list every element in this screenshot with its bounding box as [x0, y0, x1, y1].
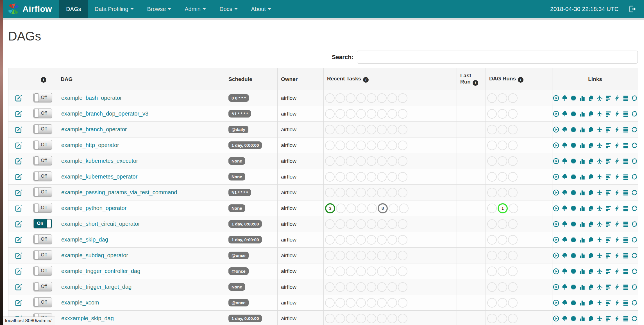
landing-times-icon[interactable] [596, 189, 603, 196]
gantt-view-icon[interactable] [605, 268, 612, 275]
task-tries-icon[interactable] [588, 205, 594, 212]
edit-dag-icon[interactable] [14, 94, 22, 102]
refresh-icon[interactable] [631, 252, 638, 259]
task-duration-icon[interactable] [579, 126, 586, 133]
dag-link[interactable]: example_python_operator [61, 205, 126, 211]
tree-view-icon[interactable] [561, 221, 568, 227]
refresh-icon[interactable] [631, 299, 638, 306]
dag-link[interactable]: example_xcom [61, 299, 99, 306]
refresh-icon[interactable] [631, 173, 638, 180]
landing-times-icon[interactable] [596, 221, 603, 227]
logs-icon[interactable] [622, 315, 629, 322]
task-tries-icon[interactable] [588, 315, 594, 322]
landing-times-icon[interactable] [596, 173, 603, 180]
landing-times-icon[interactable] [596, 252, 603, 259]
logs-icon[interactable] [622, 221, 629, 227]
code-view-icon[interactable] [614, 126, 620, 133]
dag-pause-toggle[interactable]: Off [33, 171, 52, 181]
trigger-dag-icon[interactable] [553, 221, 559, 227]
refresh-icon[interactable] [631, 126, 638, 133]
logs-icon[interactable] [622, 189, 629, 196]
dag-link[interactable]: example_trigger_target_dag [61, 284, 131, 290]
code-view-icon[interactable] [614, 110, 620, 117]
task-tries-icon[interactable] [588, 126, 594, 133]
landing-times-icon[interactable] [596, 142, 603, 149]
dag-link[interactable]: example_short_circuit_operator [61, 221, 140, 227]
task-duration-icon[interactable] [579, 142, 586, 149]
tree-view-icon[interactable] [561, 158, 568, 164]
refresh-icon[interactable] [631, 284, 638, 290]
gantt-view-icon[interactable] [605, 110, 612, 117]
refresh-icon[interactable] [631, 268, 638, 275]
landing-times-icon[interactable] [596, 268, 603, 275]
gantt-view-icon[interactable] [605, 126, 612, 133]
tree-view-icon[interactable] [561, 173, 568, 180]
code-view-icon[interactable] [614, 158, 620, 164]
gantt-view-icon[interactable] [605, 142, 612, 149]
dag-link[interactable]: example_trigger_controller_dag [61, 268, 140, 274]
landing-times-icon[interactable] [596, 205, 603, 212]
nav-item-data-profiling[interactable]: Data Profiling [88, 0, 140, 18]
nav-item-admin[interactable]: Admin [178, 0, 213, 18]
logs-icon[interactable] [622, 299, 629, 306]
trigger-dag-icon[interactable] [553, 268, 559, 275]
logs-icon[interactable] [622, 126, 629, 133]
dag-pause-toggle[interactable]: On [33, 219, 52, 228]
task-tries-icon[interactable] [588, 252, 594, 259]
logs-icon[interactable] [622, 205, 629, 212]
code-view-icon[interactable] [614, 284, 620, 290]
search-input[interactable] [357, 51, 638, 64]
trigger-dag-icon[interactable] [553, 158, 559, 164]
dag-link[interactable]: example_bash_operator [61, 95, 122, 101]
graph-view-icon[interactable] [570, 221, 577, 227]
airflow-brand[interactable]: Airflow [3, 0, 59, 18]
sign-out-icon[interactable] [628, 5, 637, 13]
task-duration-icon[interactable] [579, 252, 586, 259]
graph-view-icon[interactable] [570, 189, 577, 196]
dag-pause-toggle[interactable]: Off [33, 250, 52, 260]
gantt-view-icon[interactable] [605, 205, 612, 212]
dag-pause-toggle[interactable]: Off [33, 109, 52, 118]
dag-pause-toggle[interactable]: Off [33, 140, 52, 150]
logs-icon[interactable] [622, 284, 629, 290]
graph-view-icon[interactable] [570, 173, 577, 180]
edit-dag-icon[interactable] [14, 252, 22, 259]
refresh-icon[interactable] [631, 142, 638, 149]
nav-item-browse[interactable]: Browse [140, 0, 178, 18]
landing-times-icon[interactable] [596, 236, 603, 243]
landing-times-icon[interactable] [596, 158, 603, 164]
task-tries-icon[interactable] [588, 142, 594, 149]
edit-dag-icon[interactable] [14, 157, 22, 165]
dag-link[interactable]: example_subdag_operator [61, 252, 128, 258]
edit-dag-icon[interactable] [14, 141, 22, 149]
logs-icon[interactable] [622, 110, 629, 117]
gantt-view-icon[interactable] [605, 95, 612, 101]
code-view-icon[interactable] [614, 205, 620, 212]
code-view-icon[interactable] [614, 221, 620, 227]
code-view-icon[interactable] [614, 173, 620, 180]
dag-pause-toggle[interactable]: Off [33, 234, 52, 244]
graph-view-icon[interactable] [570, 299, 577, 306]
gantt-view-icon[interactable] [605, 299, 612, 306]
refresh-icon[interactable] [631, 236, 638, 243]
task-duration-icon[interactable] [579, 284, 586, 290]
dag-pause-toggle[interactable]: Off [33, 203, 52, 213]
tree-view-icon[interactable] [561, 205, 568, 212]
edit-dag-icon[interactable] [14, 220, 22, 228]
refresh-icon[interactable] [631, 110, 638, 117]
landing-times-icon[interactable] [596, 110, 603, 117]
task-duration-icon[interactable] [579, 189, 586, 196]
graph-view-icon[interactable] [570, 268, 577, 275]
dag-pause-toggle[interactable]: Off [33, 282, 52, 291]
tree-view-icon[interactable] [561, 236, 568, 243]
gantt-view-icon[interactable] [605, 221, 612, 227]
dag-pause-toggle[interactable]: Off [33, 124, 52, 134]
logs-icon[interactable] [622, 95, 629, 101]
code-view-icon[interactable] [614, 299, 620, 306]
trigger-dag-icon[interactable] [553, 110, 559, 117]
logs-icon[interactable] [622, 173, 629, 180]
graph-view-icon[interactable] [570, 205, 577, 212]
nav-item-docs[interactable]: Docs [213, 0, 244, 18]
task-duration-icon[interactable] [579, 110, 586, 117]
refresh-icon[interactable] [631, 205, 638, 212]
